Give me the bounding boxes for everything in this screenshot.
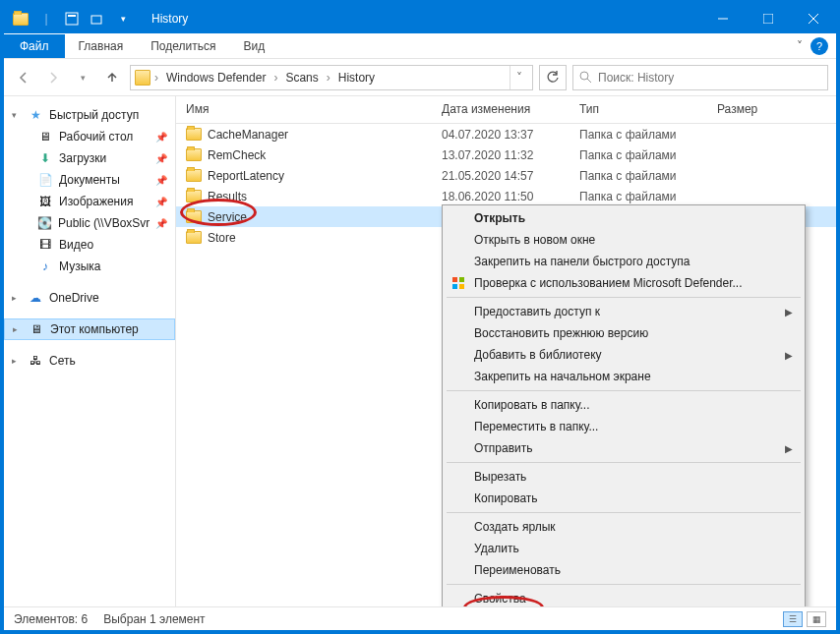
sidebar-item-label: Загрузки <box>59 151 106 165</box>
submenu-arrow-icon: ▶ <box>785 307 793 317</box>
search-input[interactable] <box>598 71 821 85</box>
sidebar-item-label: Public (\\VBoxSvr) ( <box>58 216 150 230</box>
ribbon-collapse-icon[interactable]: ˅ <box>797 39 803 53</box>
tab-home[interactable]: Главная <box>65 34 138 58</box>
menu-item[interactable]: Копировать в папку... <box>445 394 803 416</box>
svg-rect-2 <box>91 16 101 24</box>
menu-item[interactable]: Проверка с использованием Microsoft Defe… <box>445 272 803 294</box>
column-name[interactable]: Имя <box>176 96 432 123</box>
menu-item[interactable]: Закрепить на панели быстрого доступа <box>445 251 803 272</box>
table-row[interactable]: CacheManager 04.07.2020 13:37 Папка с фа… <box>176 124 836 144</box>
menu-item-label: Открыть в новом окне <box>474 233 595 247</box>
menu-item[interactable]: Открыть в новом окне <box>445 229 803 251</box>
chevron-right-icon: ▸ <box>12 293 22 303</box>
view-icons-button[interactable]: ▦ <box>807 611 826 627</box>
menu-item[interactable]: Добавить в библиотеку▶ <box>445 344 803 366</box>
images-icon: 🖼 <box>37 194 53 209</box>
quick-access[interactable]: ▾ ★ Быстрый доступ <box>4 104 175 126</box>
sidebar-onedrive[interactable]: ▸☁OneDrive <box>4 287 175 309</box>
column-size[interactable]: Размер <box>707 96 836 123</box>
qat-newfolder-icon[interactable] <box>87 8 108 29</box>
close-button[interactable] <box>791 4 836 33</box>
pc-icon: 🖥 <box>29 321 44 337</box>
sidebar-network[interactable]: ▸🖧Сеть <box>4 350 175 372</box>
menu-item[interactable]: Свойства <box>445 588 803 606</box>
menu-separator <box>447 584 801 585</box>
breadcrumb[interactable]: Windows Defender <box>162 71 270 85</box>
file-type: Папка с файлами <box>570 128 707 142</box>
back-button[interactable] <box>12 66 35 89</box>
help-icon[interactable]: ? <box>810 37 828 55</box>
file-list: Имя Дата изменения Тип Размер CacheManag… <box>176 96 836 606</box>
sidebar-this-pc[interactable]: ▸🖥Этот компьютер <box>4 318 175 340</box>
file-date: 18.06.2020 11:50 <box>432 190 570 203</box>
menu-item-label: Вырезать <box>474 470 526 484</box>
network-icon: 🖧 <box>28 353 43 369</box>
refresh-button[interactable] <box>539 65 567 90</box>
pin-icon: 📌 <box>155 153 167 164</box>
file-date: 04.07.2020 13:37 <box>432 128 570 142</box>
qat-properties-icon[interactable] <box>61 8 83 29</box>
breadcrumb[interactable]: Scans <box>281 71 322 85</box>
address-dropdown-icon[interactable]: ˅ <box>510 66 528 89</box>
view-details-button[interactable]: ☰ <box>783 611 803 627</box>
menu-item-label: Переместить в папку... <box>474 420 598 433</box>
submenu-arrow-icon: ▶ <box>785 443 793 454</box>
breadcrumb-sep: › <box>325 71 332 85</box>
sidebar-item-images[interactable]: 🖼Изображения📌 <box>4 191 175 212</box>
folder-icon <box>186 190 202 202</box>
sidebar-item-video[interactable]: 🎞Видео <box>4 234 175 256</box>
menu-item[interactable]: Отправить▶ <box>445 437 803 459</box>
sidebar-item-netdrive[interactable]: 💽Public (\\VBoxSvr) (📌 <box>4 212 175 234</box>
svg-rect-1 <box>68 15 76 17</box>
table-row[interactable]: ReportLatency 21.05.2020 14:57 Папка с ф… <box>176 165 836 186</box>
pin-icon: 📌 <box>155 132 167 143</box>
up-button[interactable] <box>100 66 124 89</box>
explorer-window: | ▾ History Файл Главная Поделиться Вид … <box>4 4 836 630</box>
menu-item-label: Проверка с использованием Microsoft Defe… <box>474 276 743 290</box>
menu-item[interactable]: Переименовать <box>445 559 803 581</box>
address-bar[interactable]: › Windows Defender › Scans › History ˅ <box>130 65 533 90</box>
menu-item[interactable]: Предоставить доступ к▶ <box>445 301 803 322</box>
navigation-bar: ▾ › Windows Defender › Scans › History ˅ <box>4 59 836 96</box>
tab-share[interactable]: Поделиться <box>137 34 229 58</box>
download-icon: ⬇ <box>37 150 53 166</box>
column-type[interactable]: Тип <box>570 96 707 123</box>
menu-item-label: Добавить в библиотеку <box>474 348 602 362</box>
maximize-button[interactable] <box>746 4 791 33</box>
menu-item[interactable]: Вырезать <box>445 466 803 488</box>
svg-rect-12 <box>459 284 464 289</box>
menu-item[interactable]: Закрепить на начальном экране <box>445 366 803 387</box>
tab-view[interactable]: Вид <box>229 34 278 58</box>
file-name: Results <box>208 190 247 203</box>
window-title: History <box>151 12 188 26</box>
column-date[interactable]: Дата изменения <box>432 96 570 123</box>
sidebar-item-label: OneDrive <box>49 291 99 305</box>
sidebar-item-documents[interactable]: 📄Документы📌 <box>4 169 175 191</box>
menu-item[interactable]: Создать ярлык <box>445 516 803 538</box>
table-row[interactable]: RemCheck 13.07.2020 11:32 Папка с файлам… <box>176 144 836 165</box>
breadcrumb[interactable]: History <box>334 71 379 85</box>
folder-icon <box>186 231 202 244</box>
music-icon: ♪ <box>37 259 53 274</box>
svg-rect-4 <box>763 14 773 24</box>
menu-item[interactable]: Открыть <box>445 207 803 229</box>
recent-dropdown-icon[interactable]: ▾ <box>71 66 94 89</box>
file-tab[interactable]: Файл <box>4 34 65 58</box>
menu-item[interactable]: Копировать <box>445 488 803 509</box>
sidebar-item-music[interactable]: ♪Музыка <box>4 256 175 277</box>
search-box[interactable] <box>572 65 828 90</box>
svg-rect-11 <box>452 284 457 289</box>
menu-item[interactable]: Переместить в папку... <box>445 416 803 437</box>
menu-item[interactable]: Восстановить прежнюю версию <box>445 322 803 344</box>
breadcrumb-sep: › <box>271 71 279 85</box>
menu-item[interactable]: Удалить <box>445 538 803 559</box>
table-row[interactable]: Results 18.06.2020 11:50 Папка с файлами <box>176 186 836 206</box>
sidebar-item-label: Изображения <box>59 195 133 208</box>
qat-dropdown-icon[interactable]: ▾ <box>112 8 134 29</box>
forward-button[interactable] <box>41 66 65 89</box>
minimize-button[interactable] <box>700 4 746 33</box>
sidebar-item-desktop[interactable]: 🖥Рабочий стол📌 <box>4 126 175 147</box>
sidebar-item-downloads[interactable]: ⬇Загрузки📌 <box>4 147 175 169</box>
svg-line-8 <box>587 79 591 83</box>
